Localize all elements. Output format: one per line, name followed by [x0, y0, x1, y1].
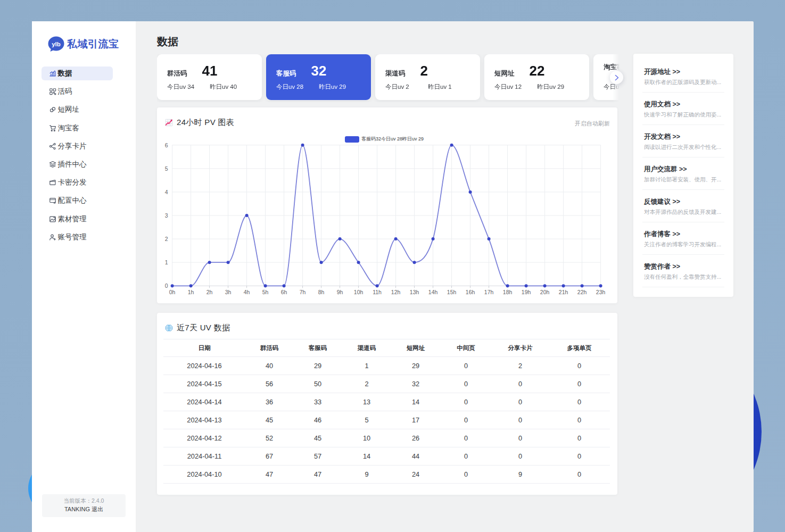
uv-cell-value: 1 [342, 357, 391, 375]
resource-link-title[interactable]: 作者博客 >> [644, 230, 723, 238]
uv-cell-date: 2024-04-11 [163, 447, 245, 466]
user-icon [49, 234, 56, 241]
uv-table-row: 2024-04-104747924090 [163, 466, 610, 484]
uv-table-row: 2024-04-1252451026000 [163, 429, 610, 447]
svg-text:20h: 20h [540, 289, 550, 295]
resource-link-title[interactable]: 用户交流群 >> [644, 165, 723, 173]
desktop-background: ylb 私域引流宝 数据活码短网址淘宝客分享卡片插件中心卡密分发配置中心素材管理… [0, 0, 785, 532]
svg-text:9h: 9h [337, 289, 343, 295]
uv-cell-value: 24 [391, 466, 440, 484]
sidebar-item-cart[interactable]: 淘宝客 [42, 121, 113, 135]
uv-col-header: 分享卡片 [492, 339, 549, 357]
resource-link-3[interactable]: 开发文档 >>阅读以进行二次开发和个性化... [642, 125, 724, 157]
sidebar-item-image[interactable]: 素材管理 [42, 212, 113, 226]
sidebar-item-label: 短网址 [58, 105, 80, 114]
resource-link-2[interactable]: 使用文档 >>快速学习和了解正确的使用姿... [642, 93, 724, 125]
uv-cell-value: 0 [492, 411, 549, 429]
pv-line-chart[interactable]: 0h1h2h3h4h5h6h7h8h9h10h11h12h13h14h15h16… [157, 107, 617, 303]
uv-table-row: 2024-04-1167571444000 [163, 447, 610, 466]
resource-link-title[interactable]: 反馈建议 >> [644, 197, 723, 206]
uv-cell-value: 0 [549, 466, 610, 484]
uv-cell-value: 0 [549, 411, 610, 429]
stat-card-label: 淘宝客 [604, 63, 621, 72]
uv-col-header: 短网址 [391, 339, 440, 357]
resource-link-6[interactable]: 作者博客 >>关注作者的博客学习开发编程... [642, 222, 724, 255]
uv-cell-date: 2024-04-14 [163, 393, 245, 411]
uv-cell-value: 0 [440, 466, 492, 484]
resource-link-title[interactable]: 开源地址 >> [644, 68, 723, 76]
main-content: 数据 群活码41今日uv 34昨日uv 40客服码32今日uv 28昨日uv 2… [136, 21, 754, 532]
svg-text:4h: 4h [244, 289, 250, 295]
sidebar-item-card[interactable]: 卡密分发 [42, 176, 113, 189]
svg-text:8h: 8h [318, 289, 325, 295]
svg-text:16h: 16h [466, 289, 475, 295]
layers-icon [49, 161, 56, 168]
uv-col-header: 多项单页 [549, 339, 610, 357]
stat-card-1[interactable]: 群活码41今日uv 34昨日uv 40 [157, 54, 262, 100]
stat-card-4[interactable]: 短网址22今日uv 12昨日uv 29 [484, 54, 589, 100]
version-footer: 当前版本：2.4.0 TANKING 退出 [42, 494, 126, 517]
uv-cell-value: 9 [342, 466, 391, 484]
stat-card-yesterday-uv: 昨日uv 40 [210, 83, 237, 91]
stat-card-label: 客服码 [276, 69, 296, 78]
uv-cell-value: 17 [391, 411, 440, 429]
logout-link[interactable]: TANKING 退出 [42, 505, 126, 514]
stat-card-today-uv: 今日uv [604, 83, 621, 91]
uv-col-header: 中间页 [440, 339, 492, 357]
uv-col-header: 客服码 [293, 339, 342, 357]
app-window: ylb 私域引流宝 数据活码短网址淘宝客分享卡片插件中心卡密分发配置中心素材管理… [32, 21, 754, 532]
stat-card-label: 短网址 [494, 69, 515, 78]
sidebar-item-link[interactable]: 短网址 [42, 103, 113, 117]
uv-table-row: 2024-04-164029129020 [163, 357, 610, 375]
stat-card-today-uv: 今日uv 2 [385, 83, 428, 91]
stat-card-2[interactable]: 客服码32今日uv 28昨日uv 29 [266, 54, 371, 100]
uv-cell-value: 36 [245, 393, 293, 411]
logo-badge-text: ylb [52, 41, 61, 47]
stat-card-value: 2 [420, 63, 428, 79]
uv-cell-value: 26 [391, 429, 440, 447]
resource-link-1[interactable]: 开源地址 >>获取作者的正版源码及更新动... [642, 60, 724, 93]
sidebar: ylb 私域引流宝 数据活码短网址淘宝客分享卡片插件中心卡密分发配置中心素材管理… [32, 21, 136, 532]
sidebar-item-share[interactable]: 分享卡片 [42, 139, 113, 153]
svg-text:6h: 6h [281, 289, 287, 295]
svg-text:22h: 22h [577, 289, 587, 295]
sidebar-item-user[interactable]: 账号管理 [42, 230, 113, 244]
uv-table-row: 2024-04-155650232000 [163, 375, 610, 393]
sidebar-item-label: 活码 [58, 87, 72, 96]
resource-link-desc: 快速学习和了解正确的使用姿... [644, 111, 723, 119]
resource-link-desc: 没有任何盈利，全靠赞赏支持... [644, 273, 723, 281]
uv-cell-value: 13 [342, 393, 391, 411]
stat-card-label: 群活码 [167, 69, 187, 78]
sidebar-item-qr-code[interactable]: 活码 [42, 85, 113, 98]
resource-link-4[interactable]: 用户交流群 >>加群讨论部署安装、使用、开... [642, 157, 724, 190]
qr-code-icon [49, 88, 56, 95]
carousel-next-button[interactable] [610, 71, 623, 84]
cart-icon [49, 124, 56, 132]
stat-card-3[interactable]: 渠道码2今日uv 2昨日uv 1 [375, 54, 480, 100]
uv-cell-date: 2024-04-10 [163, 466, 245, 484]
uv-cell-value: 10 [342, 429, 391, 447]
brand-name: 私域引流宝 [67, 37, 119, 51]
resource-link-desc: 加群讨论部署安装、使用、开... [644, 176, 723, 184]
uv-cell-value: 0 [440, 429, 492, 447]
svg-text:3h: 3h [225, 289, 232, 295]
config-icon [49, 197, 56, 204]
resource-link-title[interactable]: 赞赏作者 >> [644, 262, 723, 271]
resource-link-title[interactable]: 使用文档 >> [644, 100, 723, 109]
resource-link-title[interactable]: 开发文档 >> [644, 132, 723, 141]
uv-cell-value: 14 [342, 447, 391, 466]
uv-cell-value: 0 [549, 375, 610, 393]
sidebar-item-label: 分享卡片 [58, 142, 87, 151]
resource-link-5[interactable]: 反馈建议 >>对本开源作品的反馈及开发建... [642, 190, 724, 222]
uv-cell-value: 45 [245, 411, 293, 429]
sidebar-item-config[interactable]: 配置中心 [42, 194, 113, 207]
svg-text:7h: 7h [300, 289, 306, 295]
uv-cell-value: 14 [391, 393, 440, 411]
sidebar-item-layers[interactable]: 插件中心 [42, 157, 113, 171]
link-icon [49, 106, 56, 113]
uv-cell-date: 2024-04-15 [163, 375, 245, 393]
resource-link-7[interactable]: 赞赏作者 >>没有任何盈利，全靠赞赏支持... [642, 255, 724, 287]
sidebar-item-data-chart[interactable]: 数据 [42, 66, 113, 80]
svg-text:18h: 18h [503, 289, 513, 295]
uv-cell-value: 47 [245, 466, 293, 484]
